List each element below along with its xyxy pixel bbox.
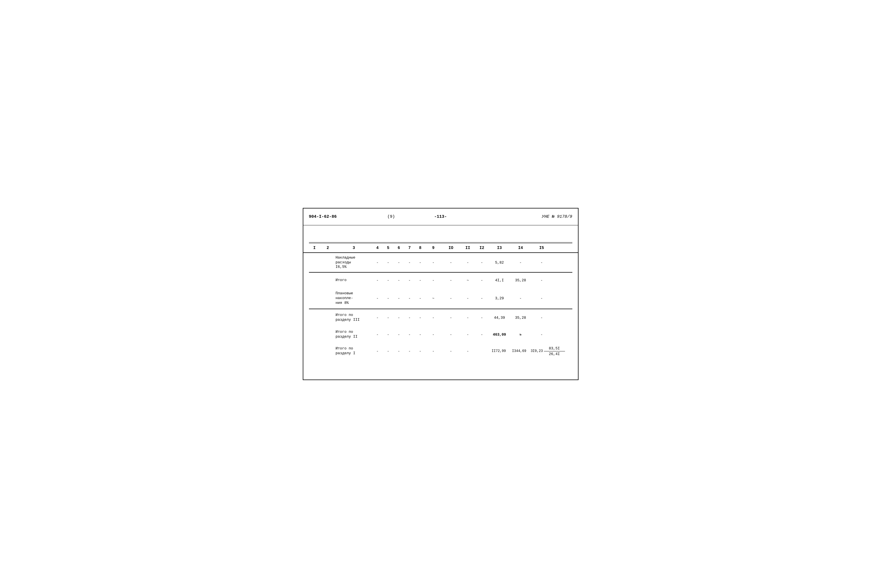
column-headers: I 2 3 4 5 6 7 8 9 IO II I2 I3 I4 I5	[303, 243, 578, 253]
col-header-9: 9	[426, 246, 441, 250]
fraction-bottom: 26,4I	[549, 351, 560, 356]
col-header-14: I4	[510, 246, 531, 250]
col-header-4: 4	[372, 246, 383, 250]
table-row: Итого поразделу II - - - - - - - - - 463…	[309, 326, 572, 343]
col-header-5: 5	[383, 246, 394, 250]
doc-number: 904-I-62-86	[309, 214, 375, 219]
col-header-7: 7	[404, 246, 415, 250]
cell-r2-c8: -	[415, 278, 426, 282]
cell-r3-c4: -	[372, 296, 383, 300]
cell-r6-c4: -	[372, 349, 383, 353]
cell-r1-c4: -	[372, 261, 383, 265]
cell-r1-c3: НакладныерасходыI6,5%	[336, 255, 372, 270]
col-header-13: I3	[489, 246, 510, 250]
cell-r5-c8: -	[415, 333, 426, 337]
cell-r4-c13: 44,39	[489, 316, 510, 320]
col-header-6: 6	[394, 246, 404, 250]
cell-r1-c6: -	[394, 261, 404, 265]
header-row: 904-I-62-86 (9) -113- УНЕ № 9178/9	[303, 208, 578, 225]
table-row: Итого поразделу I - - - - - - - - II72,9…	[309, 343, 572, 363]
main-table: НакладныерасходыI6,5% - - - - - - - - - …	[303, 253, 578, 363]
cell-r3-c9: ~	[426, 296, 441, 300]
cell-r2-c6: -	[394, 278, 404, 282]
cell-r5-c7: -	[404, 333, 415, 337]
page-info: (9)	[375, 214, 408, 219]
cell-r5-c14: ь	[510, 333, 531, 336]
col-header-10: IO	[441, 246, 461, 250]
col-header-12: I2	[475, 246, 489, 250]
cell-r3-c13: 3,29	[489, 296, 510, 300]
col-header-3: 3	[336, 246, 372, 250]
table-row: Итого поразделу III - - - - - - - - - 44…	[309, 309, 572, 326]
cell-r5-c15: -	[531, 333, 552, 337]
cell-r1-c9: -	[426, 261, 441, 265]
cell-r1-c8: -	[415, 261, 426, 265]
cell-r6-c8: -	[415, 349, 426, 353]
cell-r3-c3: Плановыенакопле-ния 8%	[336, 291, 372, 306]
fraction-top: 83,5I	[544, 346, 565, 351]
table-row: Плановыенакопле-ния 8% - - - - - ~ - - -…	[309, 288, 572, 309]
cell-r1-c12: -	[475, 261, 489, 265]
col-header-11: II	[461, 246, 475, 250]
cell-r6-c15: 83,5I 26,4I	[544, 346, 565, 356]
cell-r6-c11: -	[461, 349, 475, 353]
cell-r6-c5: -	[383, 349, 394, 353]
cell-r1-c10: -	[441, 261, 461, 265]
cell-r4-c14: 35,28	[510, 316, 531, 320]
bottom-spacer	[303, 363, 578, 380]
cell-r3-c5: -	[383, 296, 394, 300]
cell-r1-c7: -	[404, 261, 415, 265]
cell-r2-c9: -	[426, 278, 441, 282]
cell-r4-c4: -	[372, 316, 383, 320]
cell-r4-c10: -	[441, 316, 461, 320]
col-header-1: I	[309, 246, 320, 250]
cell-r6-c3: Итого поразделу I	[336, 346, 372, 356]
cell-r4-c3: Итого поразделу III	[336, 313, 372, 322]
cell-r1-c5: -	[383, 261, 394, 265]
cell-r2-c11: ~	[461, 278, 475, 282]
cell-r2-c3: Итого	[336, 278, 372, 283]
cell-r2-c7: -	[404, 278, 415, 282]
cell-r3-c7: -	[404, 296, 415, 300]
cell-r4-c7: -	[404, 316, 415, 320]
cell-r5-c9: -	[426, 333, 441, 337]
cell-r6-c14: 3I9,23	[530, 349, 544, 353]
cell-r5-c13: 463,09	[489, 333, 510, 337]
cell-r3-c14: -	[510, 296, 531, 300]
cell-r3-c8: -	[415, 296, 426, 300]
cell-r6-c6: -	[394, 349, 404, 353]
cell-r3-c6: -	[394, 296, 404, 300]
cell-r4-c9: -	[426, 316, 441, 320]
cell-r6-c10: -	[441, 349, 461, 353]
cell-r5-c3: Итого поразделу II	[336, 330, 372, 339]
cell-r5-c5: -	[383, 333, 394, 337]
cell-r5-c6: -	[394, 333, 404, 337]
cell-r2-c12: -	[475, 278, 489, 282]
col-header-8: 8	[415, 246, 426, 250]
cell-r5-c4: -	[372, 333, 383, 337]
cell-r2-c15: -	[531, 278, 552, 282]
cell-r1-c13: 5,82	[489, 261, 510, 265]
cell-r3-c12: -	[475, 296, 489, 300]
cell-r5-c10: -	[441, 333, 461, 337]
table-row: НакладныерасходыI6,5% - - - - - - - - - …	[309, 253, 572, 273]
fraction-value: 83,5I 26,4I	[544, 346, 565, 356]
cell-r2-c5: -	[383, 278, 394, 282]
cell-r3-c11: -	[461, 296, 475, 300]
cell-r4-c6: -	[394, 316, 404, 320]
col-header-2: 2	[320, 246, 336, 250]
cell-r3-c10: -	[441, 296, 461, 300]
cell-r5-c12: -	[475, 333, 489, 337]
cell-r2-c14: 35,28	[510, 278, 531, 282]
cell-r3-c15: -	[531, 296, 552, 300]
cell-r1-c15: -	[531, 261, 552, 265]
cell-r4-c12: -	[475, 316, 489, 320]
cell-r4-c15: -	[531, 316, 552, 320]
cell-r6-c7: -	[404, 349, 415, 353]
cell-r6-c9: -	[426, 349, 441, 353]
cell-r1-c14: -	[510, 261, 531, 265]
cell-r1-c11: -	[461, 261, 475, 265]
cell-r4-c11: -	[461, 316, 475, 320]
cell-r4-c8: -	[415, 316, 426, 320]
cell-r6-c13: I344,69	[509, 349, 530, 353]
